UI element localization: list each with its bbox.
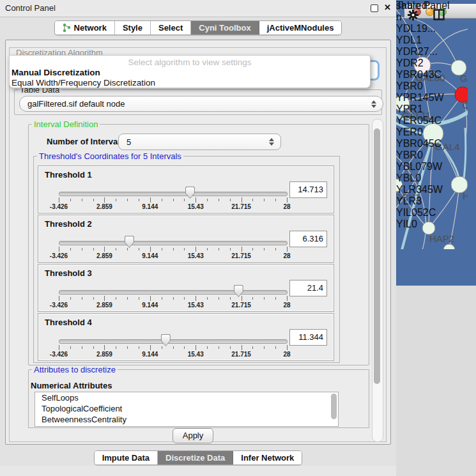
numerical-attributes-list[interactable]: SelfLoopsTopologicalCoefficientBetweenne…	[35, 392, 339, 427]
table-row[interactable]: YER054CYER0	[396, 115, 444, 138]
tick-mark	[264, 248, 265, 250]
tick-mark	[196, 345, 196, 350]
tick-mark	[93, 346, 94, 349]
tick-mark	[207, 297, 208, 300]
dropdown-prompt: Select algorithm to view settings	[10, 58, 370, 67]
tick-label: 21.715	[231, 252, 251, 259]
float-window-icon[interactable]	[371, 4, 378, 12]
gear-icon[interactable]	[408, 10, 418, 20]
tick-label: 15.43	[188, 302, 204, 309]
right-side: GAL80GACGAL11GAL4GCY1HHAP2 Table Panel	[396, 0, 476, 476]
threshold-slider-track[interactable]	[59, 192, 288, 196]
tick-label: -3.426	[50, 302, 68, 309]
tab-style[interactable]: Style	[115, 21, 151, 35]
tab-cyni-toolbox[interactable]: Cyni Toolbox	[191, 21, 259, 35]
table-row[interactable]: YBR043CYBR0	[396, 69, 444, 92]
table-data-combo[interactable]: galFiltered.sif default node	[19, 96, 383, 112]
tick-mark	[184, 346, 185, 349]
list-item-betweennesscentrality[interactable]: BetweennessCentrality	[35, 414, 338, 425]
table-row[interactable]: YDL19...YDL1	[396, 23, 444, 46]
tick-mark	[173, 248, 174, 250]
tick-label: 21.715	[231, 302, 251, 309]
dropdown-option-manual-discretization[interactable]: Manual Discretization	[12, 68, 100, 77]
tab-network[interactable]: Network	[55, 21, 115, 35]
tick-mark	[82, 248, 82, 250]
dropdown-option-equal-width-frequency-discretization[interactable]: Equal Width/Frequency Discretization	[12, 78, 155, 88]
scrollbar-thumb[interactable]	[374, 128, 380, 384]
network-node[interactable]	[443, 244, 455, 249]
tick-mark	[116, 297, 116, 300]
table-data-combo-value: galFiltered.sif default node	[27, 99, 125, 109]
slider-ticks	[59, 247, 287, 252]
cell-shared-name: YDL19...	[396, 23, 444, 35]
tick-mark	[162, 346, 162, 349]
tick-label: 2.859	[96, 351, 112, 358]
scrollbar-thumb[interactable]	[331, 394, 337, 419]
tick-mark	[184, 297, 185, 300]
tick-label: 21.715	[231, 351, 251, 358]
tick-mark	[150, 197, 151, 203]
threshold-slider-track[interactable]	[59, 290, 288, 295]
algorithm-dropdown[interactable]: Select algorithm to view settings Manual…	[9, 55, 371, 88]
table-row[interactable]: YBR045CYBR0	[396, 138, 444, 161]
tab-label: Select	[158, 23, 183, 33]
list-item-topologicalcoefficient[interactable]: TopologicalCoefficient	[35, 403, 338, 414]
tab-select[interactable]: Select	[151, 21, 191, 35]
tab-jactivemnodules[interactable]: jActiveMNodules	[259, 21, 342, 35]
tick-mark	[70, 199, 71, 201]
tick-mark	[139, 199, 139, 201]
table-row[interactable]: YPR145WYPR1	[396, 92, 444, 115]
tab-label: jActiveMNodules	[267, 23, 334, 33]
table-row[interactable]: YBL079WYBL0	[396, 161, 444, 184]
table-row[interactable]: YLR345WYLR3	[396, 184, 444, 207]
tick-label: 2.859	[96, 252, 112, 259]
tick-mark	[219, 297, 219, 300]
network-icon	[63, 23, 71, 33]
bottom-tab-impute-data[interactable]: Impute Data	[95, 451, 158, 464]
list-item-selfloops[interactable]: SelfLoops	[35, 392, 338, 403]
table-row[interactable]: YDR27...YDR2	[396, 46, 444, 69]
tick-mark	[196, 296, 196, 301]
bottom-tab-infer-network[interactable]: Infer Network	[233, 451, 302, 464]
tick-mark	[264, 199, 265, 201]
tick-mark	[82, 297, 82, 300]
tick-label: -3.426	[50, 351, 68, 358]
bottom-tab-discretize-data[interactable]: Discretize Data	[158, 451, 233, 464]
apply-button[interactable]: Apply	[173, 428, 213, 443]
bottom-tab-label: Infer Network	[241, 453, 294, 463]
tick-mark	[219, 248, 219, 250]
tick-mark	[230, 199, 231, 201]
slider-ticks	[59, 345, 287, 351]
cell-name: YIL0	[396, 219, 444, 230]
tick-mark	[93, 199, 94, 201]
threshold-panel-3: Threshold 3-3.4262.8599.14415.4321.71528…	[38, 264, 334, 312]
tick-mark	[70, 297, 71, 300]
cell-shared-name: YBL079W	[396, 161, 444, 173]
tick-mark	[93, 248, 94, 250]
columns-icon[interactable]	[433, 9, 445, 20]
threshold-slider-track[interactable]	[59, 339, 288, 344]
tick-mark	[196, 247, 196, 252]
threshold-value-field[interactable]: 6.316	[289, 231, 327, 247]
tick-label: -3.426	[50, 252, 68, 259]
tick-mark	[275, 199, 276, 201]
tick-mark	[275, 297, 276, 300]
close-icon[interactable]: ✕	[384, 3, 391, 12]
tick-mark	[59, 197, 59, 203]
tick-mark	[196, 197, 196, 203]
cell-name: YBR0	[396, 81, 444, 92]
attributes-scrollbar[interactable]	[331, 394, 337, 423]
main-vertical-scrollbar[interactable]	[372, 119, 383, 442]
threshold-value-field[interactable]: 11.344	[289, 329, 327, 346]
threshold-value-field[interactable]: 21.4	[289, 280, 327, 296]
top-tab-group: NetworkStyleSelectCyni ToolboxjActiveMNo…	[54, 20, 342, 35]
number-of-intervals-label: Number of Intervals	[47, 137, 125, 146]
threshold-value-field[interactable]: 14.713	[289, 181, 327, 198]
node-label-ga: GA	[460, 73, 468, 84]
tick-label: 15.43	[188, 351, 204, 358]
table-row[interactable]: YIL052CYIL0	[396, 207, 444, 230]
threshold-panel-4: Threshold 4-3.4262.8599.14415.4321.71528…	[38, 313, 334, 361]
tick-label: 15.43	[188, 203, 204, 210]
threshold-slider-track[interactable]	[59, 241, 288, 245]
number-of-intervals-combo[interactable]: 5	[118, 134, 281, 150]
